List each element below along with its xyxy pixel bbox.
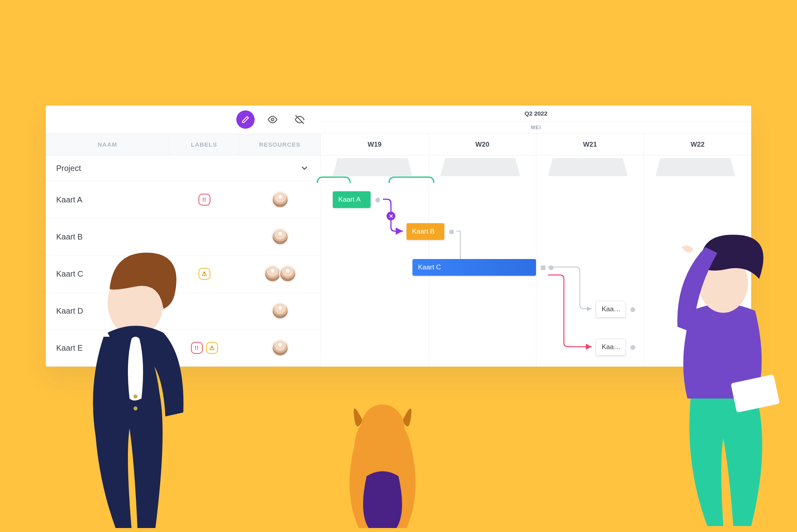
table-row: Kaart E !! bbox=[46, 330, 321, 367]
svg-point-0 bbox=[271, 118, 274, 121]
timeline-weeks: W19 W20 W21 W22 bbox=[321, 133, 751, 155]
avatar[interactable] bbox=[272, 340, 289, 356]
card-resources bbox=[239, 293, 321, 329]
milestone-arc bbox=[389, 177, 434, 183]
card-name[interactable]: Kaart C bbox=[46, 255, 169, 292]
avatar[interactable] bbox=[272, 302, 289, 319]
warning-icon bbox=[198, 268, 210, 280]
card-rows: Kaart A !! Kaart B Kaart C bbox=[46, 181, 321, 367]
milestone-arc bbox=[317, 177, 351, 183]
gantt-bar-e[interactable]: Kaa… bbox=[596, 339, 626, 355]
project-group-row[interactable]: Project bbox=[46, 155, 321, 181]
svg-rect-7 bbox=[731, 374, 780, 412]
header-name: NAAM bbox=[46, 134, 169, 155]
bar-handle[interactable] bbox=[549, 265, 554, 270]
timeline-header: Q2 2022 MEI W19 W20 W21 W22 bbox=[321, 106, 751, 155]
column-headers: NAAM LABELS RESOURCES bbox=[46, 133, 321, 155]
svg-point-5 bbox=[361, 404, 404, 452]
bar-handle[interactable] bbox=[541, 265, 546, 270]
card-resources bbox=[239, 181, 321, 218]
warning-icon bbox=[206, 342, 218, 354]
gantt-bar-d[interactable]: Kaa… bbox=[596, 301, 626, 318]
svg-point-3 bbox=[133, 395, 137, 399]
critical-icon: !! bbox=[191, 342, 203, 354]
pencil-icon bbox=[241, 116, 249, 124]
header-resources: RESOURCES bbox=[239, 134, 321, 155]
week-label[interactable]: W20 bbox=[428, 133, 536, 155]
week-label[interactable]: W19 bbox=[321, 133, 428, 155]
chevron-down-icon bbox=[300, 164, 309, 173]
table-row: Kaart D bbox=[46, 293, 321, 330]
card-labels: !! bbox=[169, 330, 239, 366]
timeline-month: MEI bbox=[321, 122, 751, 133]
project-title: Project bbox=[56, 164, 81, 173]
bar-handle[interactable] bbox=[449, 230, 454, 234]
table-row: Kaart C bbox=[46, 255, 321, 293]
conflict-icon[interactable]: ✕ bbox=[387, 212, 395, 220]
edit-button[interactable] bbox=[236, 110, 255, 129]
card-resources bbox=[239, 218, 321, 255]
week-marker bbox=[656, 158, 735, 176]
critical-icon: !! bbox=[198, 194, 210, 206]
card-name[interactable]: Kaart E bbox=[46, 330, 169, 366]
bar-handle[interactable] bbox=[630, 345, 635, 350]
card-name[interactable]: Kaart D bbox=[46, 293, 169, 329]
bar-handle[interactable] bbox=[375, 198, 380, 202]
timeline-panel: Q2 2022 MEI W19 W20 W21 W22 bbox=[321, 106, 751, 367]
svg-point-4 bbox=[133, 406, 137, 410]
header-labels: LABELS bbox=[169, 134, 239, 155]
table-row: Kaart B bbox=[46, 218, 321, 255]
dog-illustration bbox=[331, 397, 434, 532]
toolbar bbox=[46, 106, 321, 133]
avatar[interactable] bbox=[272, 191, 289, 208]
week-marker bbox=[440, 158, 520, 176]
card-resources bbox=[239, 255, 321, 292]
visibility-on-button[interactable] bbox=[263, 110, 282, 129]
gantt-bar-c[interactable]: Kaart C bbox=[412, 259, 536, 276]
gantt-bar-b[interactable]: Kaart B bbox=[406, 223, 444, 240]
card-resources bbox=[239, 330, 321, 366]
card-labels bbox=[169, 255, 239, 292]
card-labels bbox=[169, 218, 239, 255]
eye-icon bbox=[268, 115, 277, 124]
card-name[interactable]: Kaart B bbox=[46, 218, 169, 255]
card-labels bbox=[169, 293, 239, 329]
timeline-body[interactable]: ✕ Kaart A Kaart B Kaart C Kaa… Kaa… bbox=[321, 155, 751, 367]
visibility-off-button[interactable] bbox=[291, 110, 309, 129]
avatar[interactable] bbox=[279, 265, 296, 282]
gantt-bar-a[interactable]: Kaart A bbox=[333, 191, 371, 208]
avatar[interactable] bbox=[272, 228, 289, 245]
week-label[interactable]: W22 bbox=[644, 133, 751, 155]
week-marker bbox=[333, 158, 412, 176]
table-row: Kaart A !! bbox=[46, 181, 321, 218]
avatar[interactable] bbox=[264, 265, 281, 282]
card-labels: !! bbox=[169, 181, 239, 218]
card-name[interactable]: Kaart A bbox=[46, 181, 169, 218]
week-label[interactable]: W21 bbox=[536, 133, 644, 155]
bar-handle[interactable] bbox=[630, 307, 635, 312]
eye-off-icon bbox=[295, 115, 304, 124]
week-marker bbox=[548, 158, 628, 176]
app-window: NAAM LABELS RESOURCES Project Kaart A !!… bbox=[46, 106, 751, 367]
timeline-quarter: Q2 2022 bbox=[321, 106, 751, 122]
